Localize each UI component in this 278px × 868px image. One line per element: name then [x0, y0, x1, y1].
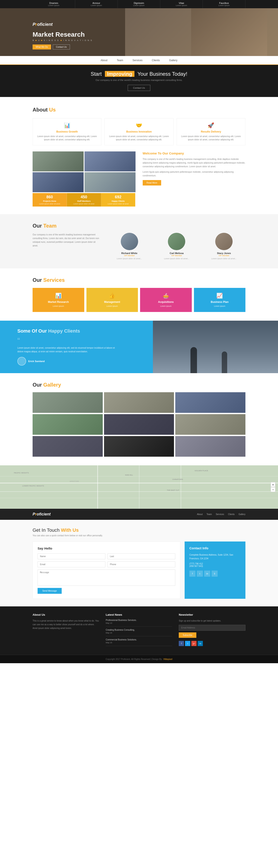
newsletter-email-input[interactable] [179, 625, 245, 631]
footer-news-title: Latest News [106, 613, 172, 616]
footer-news-item-title[interactable]: Commercial Business Solutions. [106, 639, 172, 641]
team-avatar [215, 233, 232, 250]
gallery-item[interactable] [33, 414, 103, 435]
tagline-subtext: Our company is one of the world's leadin… [4, 79, 274, 81]
copyright-link[interactable]: Hittepixel [164, 658, 172, 660]
about-card-title: Results Delivery [180, 130, 242, 133]
footer-social-linkedin[interactable]: in [198, 641, 203, 646]
team-member-desc: Lorem ipsum dolor sit amet... [155, 257, 198, 260]
form-title: Say Hello [37, 547, 175, 550]
team-member-name: Carl Melissa [155, 252, 198, 254]
footer-nav-item-gallery[interactable]: Gallery [239, 513, 245, 516]
about-card: 📊 Business Growth Lorem ipsum dolor sit … [33, 118, 102, 145]
gallery-item[interactable] [175, 436, 245, 457]
form-email-input[interactable] [37, 561, 105, 567]
contact-phone2: (456 567 543) [189, 565, 241, 567]
contact-us-hero-button[interactable]: Contact Us [53, 44, 70, 50]
newsletter-subscribe-button[interactable]: Subscribe [179, 632, 196, 638]
stat-label: Projects Done [43, 200, 56, 202]
footer-newsletter-title: Newsletter [179, 613, 245, 616]
about-gallery-img-2 [84, 151, 136, 172]
gallery-item[interactable] [175, 414, 245, 435]
gallery-item[interactable] [175, 392, 245, 413]
about-gallery-img-3 [33, 172, 84, 192]
top-nav-item[interactable]: FaucibusLorem ipsum [203, 0, 245, 8]
team-heading: Our Team [33, 223, 245, 229]
services-heading: Our Services [33, 277, 245, 283]
about-read-more-button[interactable]: Read More [143, 180, 161, 185]
footer-nav-item-team[interactable]: Team [206, 513, 212, 516]
nav-item-about[interactable]: About [100, 58, 108, 62]
footer-social-twitter[interactable]: t [185, 641, 190, 646]
contact-social-linkedin[interactable]: li [212, 570, 218, 577]
gallery-item[interactable] [104, 414, 174, 435]
about-company-text1: This company is one of the world's leadi… [143, 157, 246, 168]
service-title: Acquisitions [143, 301, 189, 304]
footer-newsletter-text: Sign up and subscribe to get latest upda… [179, 619, 245, 623]
gallery-item[interactable] [104, 436, 174, 457]
footer-news-item-date: May 15 [106, 642, 172, 644]
top-nav-item[interactable]: DignissimLorem ipsum [118, 0, 160, 8]
clients-section: Some Of Our Happy Clients “ Lorem ipsum … [0, 321, 278, 373]
hero-subtitle: B■U■SINESS ■INNOVATIONS [33, 39, 92, 41]
top-nav-item[interactable]: DnamesLorem ipsum [33, 0, 75, 8]
stat-number: 450 [68, 195, 100, 199]
service-card: 📊 Market Research Lorem ipsum [33, 288, 84, 312]
team-avatar [168, 233, 185, 250]
form-name-input[interactable] [37, 553, 105, 559]
form-submit-button[interactable]: Send Message [37, 588, 62, 594]
footer-nav-item-about[interactable]: About [197, 513, 203, 516]
contact-social-facebook[interactable]: f [189, 570, 195, 577]
form-last-input[interactable] [108, 553, 175, 559]
footer-social-facebook[interactable]: f [179, 641, 184, 646]
team-member: Stacy Jones VIP Member Lorem ipsum dolor… [202, 233, 245, 260]
gallery-item[interactable] [104, 392, 174, 413]
footer-nav-item-services[interactable]: Services [216, 513, 224, 516]
nav-item-gallery[interactable]: Gallery [168, 58, 178, 62]
about-card-text: Lorem ipsum dolor sit amet, consectetur … [108, 135, 170, 141]
footer-about-title: About Us [33, 613, 99, 616]
team-member-role: VIP Member [202, 254, 245, 257]
footer-news-item-title[interactable]: Professional Business Services. [106, 619, 172, 621]
about-card-text: Lorem ipsum dolor sit amet, consectetur … [180, 135, 242, 141]
gallery-item[interactable] [33, 392, 103, 413]
tagline-contact-button[interactable]: Contact Us [128, 85, 150, 91]
nav-item-team[interactable]: Team [116, 58, 124, 62]
gallery-item[interactable] [33, 436, 103, 457]
service-card: 👍 Management Lorem ipsum [86, 288, 138, 312]
map-section: PACIFIC HEIGHTS LOWER PACIFIC HEIGHTS NO… [0, 465, 278, 509]
map-zoom-in[interactable]: + [271, 482, 275, 487]
service-text: Lorem ipsum [197, 305, 242, 307]
map-zoom-out[interactable]: − [271, 487, 275, 492]
footer-nav-item-clients[interactable]: Clients [228, 513, 235, 516]
stat-number: 692 [103, 195, 134, 199]
about-company-text2: Lorem ligula quis adipiscing parturient … [143, 170, 246, 178]
what-we-do-button[interactable]: What We Do [33, 44, 51, 50]
contact-heading: Get In Touch With Us [33, 527, 245, 533]
footer-news-item: Professional Business Services. May 13 [106, 619, 172, 626]
contact-social-instagram[interactable]: in [204, 570, 210, 577]
about-card-icon: 📊 [36, 122, 98, 128]
nav-item-services[interactable]: Services [132, 58, 143, 62]
form-message-input[interactable] [37, 569, 175, 586]
clients-testimonial: Lorem ipsum dolor sit amet, consectetur … [18, 346, 115, 353]
copyright-bar: Copyright 2017 Proficient. All Rights Re… [0, 655, 278, 663]
footer-news-item-title[interactable]: Creating Business Consulting, [106, 629, 172, 631]
copyright-text: Copyright 2017 Proficient. All Rights Re… [106, 658, 162, 660]
stat-subtext: Lorem ipsum dolor sit amet [103, 203, 134, 205]
contact-address: Complete Business Address, Suite 1234, S… [189, 553, 241, 560]
service-icon: 📊 [36, 293, 81, 299]
top-nav-item[interactable]: VitaeLorem ipsum [160, 0, 203, 8]
service-icon: 👍 [90, 293, 135, 299]
service-title: Business Plan [197, 301, 242, 304]
service-text: Lorem ipsum [143, 305, 189, 307]
form-phone-input[interactable] [108, 561, 175, 567]
stat-subtext: Lorem ipsum dolor sit amet [68, 203, 100, 205]
footer-social-google[interactable]: g+ [191, 641, 197, 646]
team-member: Richard White VIP Member Lorem ipsum dol… [108, 233, 151, 260]
nav-item-clients[interactable]: Clients [151, 58, 161, 62]
top-nav-item[interactable]: AnnourLorem ipsum [75, 0, 118, 8]
about-section: About Us 📊 Business Growth Lorem ipsum d… [0, 97, 278, 214]
contact-social-twitter[interactable]: t [197, 570, 203, 577]
stat-label: Staff Members [77, 200, 90, 202]
